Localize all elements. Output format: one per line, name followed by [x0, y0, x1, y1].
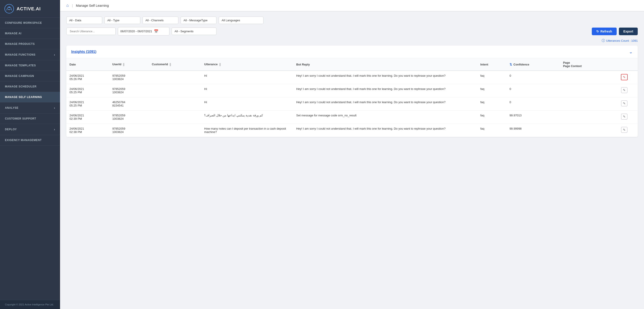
table-row: 24/06/2021 05:25 PM 97852059 1003824 Hi … [66, 84, 638, 97]
date-range-text: 06/07/2020 - 06/07/2021 [120, 30, 152, 33]
sidebar-item-label: ANALYSE [5, 106, 18, 109]
sidebar-item-chevron-icon: › [54, 106, 55, 110]
confidence-sort-icon[interactable]: ⇅ [510, 63, 512, 66]
table-row: 24/06/2021 05:26 PM 97852059 1003824 Hi … [66, 71, 638, 84]
sidebar-item-manage-functions[interactable]: MANAGE FUNCTIONS › [0, 49, 60, 60]
sidebar-item-label: CUSTOMER SUPPORT [5, 117, 36, 120]
languages-filter-select[interactable]: All Languages English Arabic [219, 17, 264, 24]
sidebar-footer: Copyright © 2021 Active Intelligence Pte… [0, 300, 60, 309]
sidebar-item-deploy[interactable]: DEPLOY › [0, 124, 60, 135]
utterance-resize-handle[interactable] [219, 63, 221, 66]
refresh-button[interactable]: ↻ Refresh [592, 28, 617, 35]
cell-customerid [148, 124, 201, 137]
cell-utterance: Hi [201, 84, 293, 97]
sidebar-item-manage-scheduler[interactable]: MANAGE SCHEDULER [0, 81, 60, 92]
col-utterance: Utterance [201, 58, 293, 71]
cell-page-context [560, 71, 611, 84]
breadcrumb-title: Manage Self Learning [76, 4, 109, 8]
col-confidence: ⇅ Confidence [506, 58, 560, 71]
edit-button-4[interactable]: ✎ [621, 127, 628, 133]
col-intent: Intent [477, 58, 506, 71]
cell-customerid [148, 71, 201, 84]
cell-utterance: كم ورقة نقدية يمكنني ايداعها من خلال الص… [201, 111, 293, 124]
cell-page-context [560, 124, 611, 137]
sidebar-item-chevron-icon: › [54, 53, 55, 57]
sidebar-item-manage-templates[interactable]: MANAGE TEMPLATES [0, 60, 60, 71]
filter-bar: All - Data Data 1 Data 2 All - Type Type… [66, 17, 638, 24]
cell-bot-reply: Hey! I am sorry I could not understand t… [293, 71, 477, 84]
col-customerid: CustomerId [148, 58, 201, 71]
svg-point-0 [5, 4, 14, 13]
edit-button-3[interactable]: ✎ [621, 114, 628, 120]
sidebar-item-manage-products[interactable]: MANAGE PRODUCTS [0, 39, 60, 49]
edit-button-2[interactable]: ✎ [621, 101, 628, 106]
cell-date: 24/06/2021 05:25 PM [66, 84, 109, 97]
channels-filter-select[interactable]: All - Channels Channel 1 Channel 2 [142, 17, 178, 24]
cell-date: 24/06/2021 05:25 PM [66, 97, 109, 111]
customerid-resize-handle[interactable] [170, 63, 171, 66]
utterances-count: ⓘ Utterances Count : 1091 [66, 39, 638, 43]
cell-intent: faq [477, 111, 506, 124]
sidebar-logo: ACTIVE.AI [0, 0, 60, 18]
insights-chevron-icon[interactable]: ⌄ [629, 49, 633, 55]
cell-confidence: 0 [506, 84, 560, 97]
sidebar-item-label: MANAGE SCHEDULER [5, 85, 36, 88]
sidebar-item-label: MANAGE TEMPLATES [5, 64, 36, 67]
sidebar-item-label: CONFIGURE WORKSPACE [5, 21, 42, 25]
sidebar-item-label: MANAGE CAMPAIGN [5, 75, 34, 78]
sidebar-item-exigency-management[interactable]: EXIGENCY MANAGEMENT [0, 135, 60, 146]
cell-actions: ✎ [611, 97, 638, 111]
cell-intent: faq [477, 84, 506, 97]
segments-filter-select[interactable]: All - Segments Segment 1 Segment 2 [172, 28, 216, 35]
insights-panel: Insights (1091) ⌄ Date UserId Custo [66, 46, 638, 137]
sidebar-item-label: MANAGE FUNCTIONS [5, 53, 36, 56]
edit-button-1[interactable]: ✎ [621, 87, 628, 93]
sidebar-item-manage-self-learning[interactable]: MANAGE SELF LEARNING [0, 92, 60, 103]
cell-bot-reply: Hey! I am sorry I could not understand t… [293, 124, 477, 137]
sidebar-item-customer-support[interactable]: CUSTOMER SUPPORT [0, 113, 60, 124]
cell-customerid [148, 97, 201, 111]
sidebar-item-configure-workspace[interactable]: CONFIGURE WORKSPACE [0, 18, 60, 28]
col-page-context: Page Page Context [560, 58, 611, 71]
search-utterance-input[interactable] [66, 28, 116, 35]
cell-utterance: Hi [201, 71, 293, 84]
insights-table: Date UserId CustomerId Utterance [66, 58, 638, 137]
calendar-icon[interactable]: 📅 [154, 29, 158, 34]
content-area: All - Data Data 1 Data 2 All - Type Type… [60, 11, 644, 309]
table-header-row: Date UserId CustomerId Utterance [66, 58, 638, 71]
breadcrumb-separator: | [72, 4, 73, 8]
data-filter-select[interactable]: All - Data Data 1 Data 2 [66, 17, 102, 24]
sidebar-item-analyse[interactable]: ANALYSE › [0, 103, 60, 113]
utterances-count-text: Utterances Count : 1091 [606, 39, 638, 42]
edit-icon: ✎ [623, 88, 626, 92]
sidebar-item-manage-campaign[interactable]: MANAGE CAMPAIGN [0, 71, 60, 81]
edit-icon: ✎ [623, 115, 626, 118]
logo-icon [4, 4, 14, 14]
home-icon[interactable]: ⌂ [66, 3, 69, 8]
cell-date: 24/06/2021 05:26 PM [66, 71, 109, 84]
sidebar-item-label: MANAGE PRODUCTS [5, 42, 35, 46]
col-bot-reply: Bot Reply [293, 58, 477, 71]
cell-customerid [148, 111, 201, 124]
sidebar-item-manage-ai[interactable]: MANAGE AI [0, 28, 60, 39]
refresh-icon: ↻ [596, 30, 599, 33]
col-date: Date [66, 58, 109, 71]
cell-date: 24/06/2021 02:38 PM [66, 124, 109, 137]
edit-icon: ✎ [623, 102, 626, 105]
edit-button-0[interactable]: ✎ [621, 74, 628, 80]
cell-userid: 97852059 1003824 [109, 71, 148, 84]
insights-title[interactable]: Insights (1091) [71, 50, 96, 54]
cell-bot-reply: Hey! I am sorry I could not understand t… [293, 84, 477, 97]
table-body: 24/06/2021 05:26 PM 97852059 1003824 Hi … [66, 71, 638, 137]
table-row: 24/06/2021 02:39 PM 97852059 1003824 كم … [66, 111, 638, 124]
type-filter-select[interactable]: All - Type Type 1 Type 2 [104, 17, 140, 24]
sidebar-item-label: DEPLOY [5, 128, 17, 131]
cell-customerid [148, 84, 201, 97]
main-content: ⌂ | Manage Self Learning All - Data Data… [60, 0, 644, 309]
message-type-filter-select[interactable]: All - MessageType MessageType 1 MessageT… [180, 17, 216, 24]
userid-resize-handle[interactable] [123, 63, 124, 66]
export-button[interactable]: Export [619, 28, 638, 35]
cell-actions: ✎ [611, 71, 638, 84]
cell-utterance: How many notes can I deposit per transac… [201, 124, 293, 137]
edit-icon: ✎ [623, 75, 626, 79]
